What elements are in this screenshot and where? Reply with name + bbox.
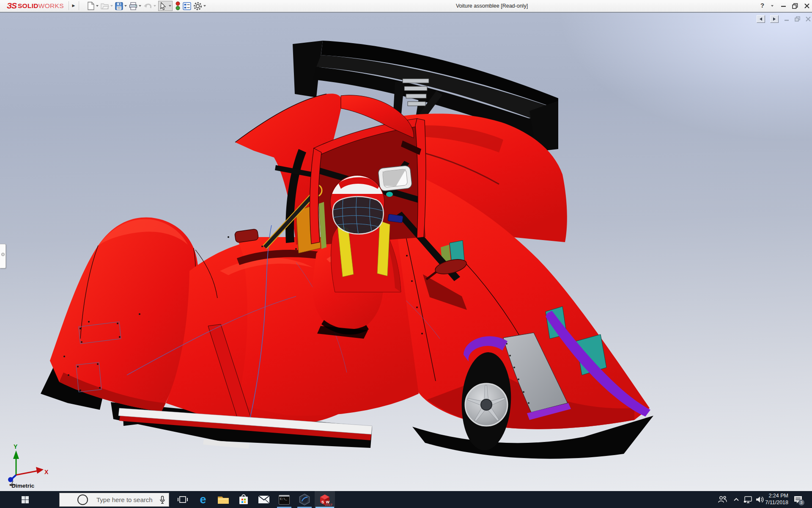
doc-close-button[interactable] [805, 16, 811, 22]
car-model [41, 41, 653, 459]
pane-left-button[interactable] [757, 15, 765, 23]
options-button[interactable] [193, 1, 206, 11]
print-button[interactable] [129, 1, 141, 11]
microphone-icon[interactable] [159, 495, 166, 506]
search-input[interactable] [96, 496, 156, 504]
open-folder-icon [101, 2, 109, 10]
solidworks-2017-icon: S W 2017 [318, 493, 331, 506]
window-title: Voiture assomblee [Read-only] [456, 3, 528, 9]
traffic-light-icon [175, 1, 181, 11]
open-button[interactable] [101, 1, 113, 11]
store-button[interactable] [233, 491, 254, 508]
windows-taskbar: e C:\_ [0, 491, 812, 508]
help-caret[interactable] [771, 5, 774, 7]
taskbar-search[interactable] [59, 493, 169, 507]
select-tool-button[interactable] [158, 1, 173, 11]
feature-panel-tab[interactable] [0, 244, 6, 268]
clock-date: 7/11/2018 [761, 500, 788, 506]
minimize-button[interactable] [780, 3, 787, 9]
taskbar-clock[interactable]: 2:24 PM 7/11/2018 [761, 493, 788, 506]
pane-right-button[interactable] [770, 15, 779, 23]
people-icon [717, 495, 727, 504]
solidworks-2017-button[interactable]: S W 2017 [315, 491, 335, 508]
separator [69, 1, 69, 10]
command-prompt-button[interactable]: C:\_ [274, 491, 294, 508]
undo-button[interactable] [143, 1, 156, 11]
panel-grip-icon [1, 253, 5, 256]
svg-text:S: S [321, 500, 324, 504]
save-button[interactable] [115, 1, 127, 11]
task-view-button[interactable] [173, 491, 193, 508]
new-document-button[interactable] [87, 1, 99, 11]
help-button[interactable]: ? [760, 2, 764, 9]
view-orientation-label: *Dimetric [9, 483, 34, 489]
print-icon [129, 2, 137, 10]
display-pane-button[interactable] [183, 1, 191, 11]
visor [333, 196, 384, 234]
restore-button[interactable] [792, 3, 798, 9]
network-button[interactable] [742, 491, 754, 508]
orientation-triad: Y X [8, 443, 49, 486]
mail-icon [258, 495, 270, 504]
model-3d[interactable]: Y X [0, 0, 812, 508]
store-icon [239, 494, 249, 505]
separator [79, 1, 79, 10]
command-prompt-icon: C:\_ [279, 495, 290, 505]
display-pane-icon [183, 2, 191, 10]
doc-minimize-button[interactable] [784, 16, 790, 22]
new-document-icon [87, 2, 95, 10]
intake-box [378, 165, 412, 191]
doc-restore-button[interactable] [794, 16, 801, 22]
network-icon [743, 496, 753, 503]
hexagon-app-button[interactable] [294, 491, 315, 508]
edge-icon: e [200, 494, 206, 505]
title-bar: ЗS SOLID WORKS ▶ [0, 0, 812, 13]
cortana-ring-icon [77, 494, 88, 505]
notification-badge: 3 [798, 500, 804, 505]
solidworks-logo: ЗS SOLID WORKS [7, 1, 64, 11]
file-explorer-icon [217, 494, 229, 505]
clock-time: 2:24 PM [761, 493, 788, 500]
gear-icon [193, 2, 202, 11]
triad-y-label: Y [14, 443, 18, 450]
people-button[interactable] [716, 491, 729, 508]
menu-flyout-arrow-icon[interactable]: ▶ [71, 3, 77, 9]
close-button[interactable] [804, 3, 810, 9]
triad-x-label: X [44, 469, 49, 475]
file-explorer-button[interactable] [213, 491, 233, 508]
select-arrow-icon [159, 2, 167, 10]
tray-expand-button[interactable] [731, 491, 742, 508]
chevron-up-icon [734, 498, 739, 501]
start-button[interactable] [15, 491, 35, 508]
windows-logo-icon [22, 496, 29, 503]
document-window-controls [757, 15, 812, 23]
task-view-icon [177, 495, 188, 504]
select-tool-caret[interactable] [169, 5, 171, 7]
save-icon [115, 2, 123, 10]
traffic-light-button[interactable] [175, 1, 181, 11]
edge-button[interactable]: e [193, 491, 213, 508]
solidworks-logo-mark: ЗS [7, 1, 16, 11]
mail-button[interactable] [254, 491, 274, 508]
hexagon-app-icon [299, 494, 310, 505]
undo-icon [143, 2, 152, 10]
